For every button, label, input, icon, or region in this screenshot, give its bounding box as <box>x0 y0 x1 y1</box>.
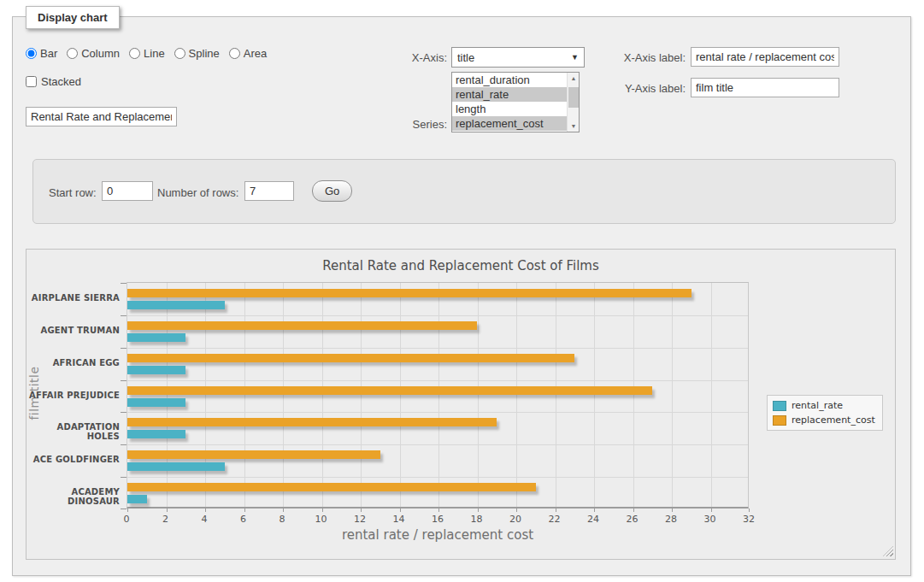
legend-swatch-rental_rate <box>773 401 786 411</box>
category-label: ADAPTATION HOLES <box>24 422 120 441</box>
legend-swatch-replacement_cost <box>773 415 786 426</box>
y-tick-mark <box>121 315 127 316</box>
y-tick-mark <box>121 348 127 349</box>
x-axis-selected-value: title <box>457 51 474 64</box>
chart-type-line[interactable]: Line <box>129 47 165 60</box>
go-button[interactable]: Go <box>312 180 352 202</box>
series-scrollbar[interactable]: ▲ ▼ <box>567 73 579 132</box>
series-option-length[interactable]: length <box>452 102 568 116</box>
gridline-horizontal <box>127 412 748 413</box>
x-tick-label: 18 <box>462 514 491 525</box>
bar-rental_rate <box>127 366 185 374</box>
legend-item-replacement_cost: replacement_cost <box>773 414 875 426</box>
gridline-horizontal <box>127 315 748 316</box>
y-tick-mark <box>121 412 127 413</box>
series-option-replacement_cost[interactable]: replacement_cost <box>452 116 568 131</box>
x-tick-label: 14 <box>385 514 414 525</box>
x-tick-mark <box>711 509 712 512</box>
x-tick-mark <box>127 509 128 512</box>
radio-column[interactable] <box>67 48 78 59</box>
chart-title-input[interactable] <box>26 107 177 126</box>
category-label: AFRICAN EGG <box>24 358 120 367</box>
stacked-row: Stacked <box>26 75 81 88</box>
bar-rental_rate <box>127 398 185 407</box>
x-axis-label-field-label: X-Axis label: <box>598 51 686 64</box>
y-tick-mark <box>121 444 127 445</box>
gridline-vertical <box>322 283 323 507</box>
series-list-label: Series: <box>372 118 447 131</box>
radio-line[interactable] <box>129 48 140 59</box>
radio-bar[interactable] <box>26 48 37 59</box>
bar-rental_rate <box>127 333 185 342</box>
y-tick-mark <box>121 509 127 509</box>
x-tick-mark <box>672 509 673 512</box>
gridline-vertical <box>594 283 595 507</box>
radio-label: Spline <box>189 47 220 60</box>
stacked-label: Stacked <box>41 75 81 88</box>
x-tick-label: 0 <box>112 514 141 525</box>
gridline-vertical <box>438 283 439 507</box>
x-tick-mark <box>283 509 284 512</box>
radio-label: Line <box>144 47 165 60</box>
category-label: AIRPLANE SIERRA <box>24 293 120 303</box>
y-axis-label-input[interactable] <box>691 78 839 97</box>
x-axis-label-input[interactable] <box>691 47 839 67</box>
x-tick-mark <box>322 509 323 512</box>
x-tick-label: 28 <box>656 514 686 525</box>
x-tick-label: 2 <box>151 514 180 525</box>
x-tick-mark <box>361 509 362 512</box>
scrollbar-thumb[interactable] <box>568 87 579 108</box>
x-tick-mark <box>594 509 595 512</box>
gridline-vertical <box>478 283 479 507</box>
legend-label: rental_rate <box>792 400 843 411</box>
x-tick-label: 10 <box>307 514 336 525</box>
chart-type-bar[interactable]: Bar <box>26 47 57 60</box>
radio-label: Column <box>81 47 120 60</box>
series-multiselect[interactable]: rental_durationrental_ratelengthreplacem… <box>451 72 580 132</box>
number-of-rows-input[interactable] <box>244 181 294 201</box>
x-tick-mark <box>556 509 556 512</box>
scroll-down-icon[interactable]: ▼ <box>568 121 580 132</box>
series-option-rental_rate[interactable]: rental_rate <box>452 87 568 102</box>
y-axis-category-labels: AIRPLANE SIERRAAGENT TRUMANAFRICAN EGGAF… <box>24 282 120 509</box>
category-label: AFFAIR PREJUDICE <box>24 391 120 400</box>
radio-label: Area <box>244 47 267 60</box>
radio-spline[interactable] <box>174 48 185 59</box>
series-options: rental_durationrental_ratelengthreplacem… <box>452 73 579 131</box>
bar-replacement_cost <box>127 450 380 459</box>
scroll-up-icon[interactable]: ▲ <box>568 73 580 84</box>
gridline-horizontal <box>127 477 748 478</box>
gridline-vertical <box>283 283 284 507</box>
gridline-vertical <box>205 283 206 507</box>
gridline-horizontal <box>127 380 748 381</box>
chart-type-column[interactable]: Column <box>67 47 120 60</box>
chart-type-area[interactable]: Area <box>229 47 267 60</box>
chart-title: Rental Rate and Replacement Cost of Film… <box>26 258 896 273</box>
y-tick-mark <box>121 283 127 284</box>
fieldset-legend-title: Display chart <box>26 6 120 29</box>
series-option-rental_duration[interactable]: rental_duration <box>452 73 568 87</box>
x-tick-mark <box>205 509 206 512</box>
x-tick-mark <box>244 509 245 512</box>
gridline-vertical <box>516 283 517 507</box>
chart-legend: rental_ratereplacement_cost <box>767 395 883 431</box>
x-tick-label: 16 <box>423 514 452 525</box>
radio-area[interactable] <box>229 48 240 59</box>
y-tick-mark <box>121 380 127 381</box>
start-row-input[interactable] <box>102 181 153 201</box>
gridline-vertical <box>244 283 245 507</box>
bar-replacement_cost <box>127 386 652 395</box>
x-tick-mark <box>516 509 517 512</box>
x-tick-label: 4 <box>190 514 219 525</box>
chart-type-spline[interactable]: Spline <box>174 47 220 60</box>
chart-type-radio-group: BarColumnLineSplineArea <box>26 47 267 60</box>
x-tick-mark <box>478 509 479 512</box>
stacked-checkbox[interactable] <box>26 76 37 87</box>
gridline-vertical <box>672 283 673 507</box>
category-label: ACE GOLDFINGER <box>24 455 120 464</box>
bar-replacement_cost <box>127 289 692 297</box>
start-row-label: Start row: <box>49 186 97 199</box>
x-axis-select[interactable]: title ▼ <box>451 47 585 68</box>
gridline-horizontal <box>127 348 748 349</box>
y-tick-mark <box>121 477 127 478</box>
